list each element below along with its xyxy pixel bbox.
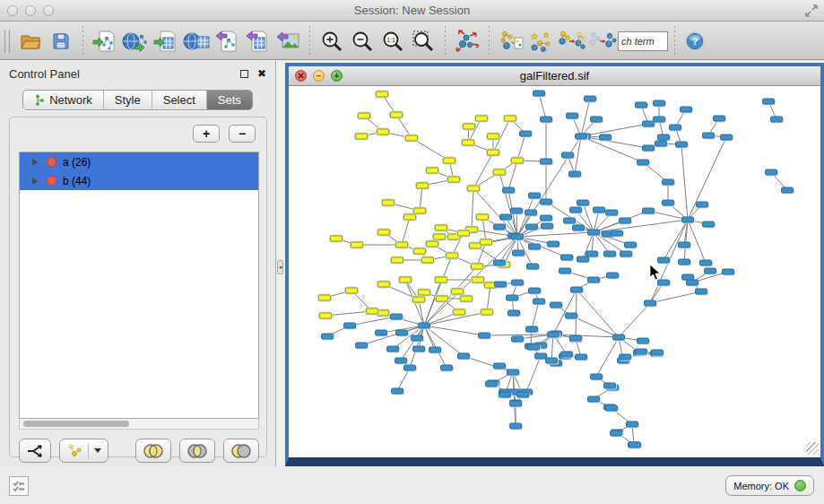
add-set-button[interactable]: + bbox=[193, 125, 220, 143]
graph-node[interactable] bbox=[377, 282, 390, 288]
disclosure-triangle-icon[interactable] bbox=[32, 178, 38, 185]
import-table-file-button[interactable] bbox=[151, 26, 181, 56]
graph-node[interactable] bbox=[696, 202, 708, 208]
float-panel-icon[interactable] bbox=[240, 70, 248, 78]
graph-node[interactable] bbox=[525, 326, 538, 333]
graph-node[interactable] bbox=[605, 210, 618, 216]
tab-network[interactable]: Network bbox=[23, 91, 104, 109]
graph-node[interactable] bbox=[493, 224, 506, 230]
graph-node[interactable] bbox=[653, 117, 665, 123]
zoom-in-button[interactable] bbox=[317, 26, 347, 56]
graph-node[interactable] bbox=[382, 200, 395, 206]
graph-node[interactable] bbox=[399, 277, 412, 283]
graph-node[interactable] bbox=[606, 273, 619, 279]
set-union-button[interactable] bbox=[135, 439, 171, 463]
graph-edge[interactable] bbox=[571, 316, 619, 337]
graph-node[interactable] bbox=[318, 295, 331, 301]
graph-node[interactable] bbox=[678, 259, 690, 265]
graph-node[interactable] bbox=[644, 300, 656, 307]
graph-node[interactable] bbox=[559, 268, 571, 274]
graph-node[interactable] bbox=[720, 135, 733, 141]
graph-node[interactable] bbox=[504, 116, 516, 122]
graph-node[interactable] bbox=[547, 241, 559, 248]
graph-node[interactable] bbox=[451, 289, 464, 295]
export-image-button[interactable] bbox=[273, 26, 303, 56]
graph-node[interactable] bbox=[506, 295, 518, 301]
graph-node[interactable] bbox=[599, 135, 611, 141]
graph-node[interactable] bbox=[435, 277, 447, 283]
graph-node[interactable] bbox=[343, 323, 356, 329]
graph-node[interactable] bbox=[560, 255, 573, 261]
graph-node[interactable] bbox=[390, 112, 403, 118]
graph-node[interactable] bbox=[699, 260, 712, 266]
graph-edge[interactable] bbox=[664, 220, 688, 260]
graph-edge[interactable] bbox=[517, 237, 567, 257]
frame-minimize-button[interactable]: − bbox=[313, 70, 325, 82]
graph-node[interactable] bbox=[509, 401, 522, 407]
graph-node[interactable] bbox=[569, 207, 582, 213]
graph-node[interactable] bbox=[366, 308, 378, 315]
graph-node[interactable] bbox=[418, 323, 430, 329]
select-from-highlight-button[interactable] bbox=[526, 26, 557, 56]
graph-node[interactable] bbox=[413, 248, 426, 255]
graph-node[interactable] bbox=[528, 193, 541, 199]
graph-node[interactable] bbox=[662, 200, 674, 206]
dropdown-caret-icon[interactable] bbox=[94, 448, 101, 453]
graph-node[interactable] bbox=[525, 210, 537, 216]
graph-node[interactable] bbox=[476, 214, 489, 221]
tab-sets[interactable]: Sets bbox=[207, 91, 252, 109]
graph-node[interactable] bbox=[433, 234, 446, 240]
toolbar-drag-handle[interactable] bbox=[4, 30, 10, 53]
graph-node[interactable] bbox=[563, 218, 576, 224]
tab-select[interactable]: Select bbox=[152, 91, 207, 109]
graph-node[interactable] bbox=[481, 309, 493, 316]
graph-node[interactable] bbox=[655, 141, 667, 147]
graph-node[interactable] bbox=[377, 129, 389, 135]
graph-node[interactable] bbox=[626, 421, 638, 428]
graph-node[interactable] bbox=[642, 208, 655, 214]
first-neighbors-button[interactable] bbox=[496, 26, 526, 56]
save-session-button[interactable] bbox=[46, 26, 76, 56]
import-table-web-button[interactable] bbox=[181, 26, 212, 56]
graph-node[interactable] bbox=[575, 134, 587, 140]
graph-node[interactable] bbox=[390, 314, 403, 320]
graph-node[interactable] bbox=[418, 290, 430, 296]
set-difference-button[interactable] bbox=[223, 439, 259, 463]
graph-node[interactable] bbox=[702, 133, 715, 139]
graph-node[interactable] bbox=[462, 140, 474, 146]
graph-node[interactable] bbox=[662, 179, 674, 186]
graph-node[interactable] bbox=[762, 99, 775, 105]
graph-node[interactable] bbox=[463, 124, 475, 130]
graph-node[interactable] bbox=[619, 354, 631, 361]
graph-edge[interactable] bbox=[577, 290, 619, 337]
scrollbar-thumb[interactable] bbox=[23, 421, 129, 427]
frame-close-button[interactable]: ✕ bbox=[295, 70, 307, 82]
graph-node[interactable] bbox=[487, 150, 499, 156]
search-input[interactable] bbox=[618, 31, 668, 51]
graph-node[interactable] bbox=[678, 242, 690, 248]
graph-node[interactable] bbox=[610, 430, 622, 437]
graph-node[interactable] bbox=[377, 310, 389, 317]
graph-node[interactable] bbox=[566, 113, 578, 119]
graph-node[interactable] bbox=[612, 335, 625, 341]
graph-node[interactable] bbox=[395, 242, 408, 248]
graph-node[interactable] bbox=[540, 215, 552, 222]
graph-node[interactable] bbox=[516, 392, 529, 398]
list-item-set-a[interactable]: a (26) bbox=[20, 152, 258, 171]
graph-node[interactable] bbox=[533, 299, 545, 305]
graph-edge[interactable] bbox=[526, 356, 541, 392]
graph-node[interactable] bbox=[391, 257, 403, 264]
graph-node[interactable] bbox=[426, 241, 438, 248]
graph-node[interactable] bbox=[509, 423, 522, 430]
graph-node[interactable] bbox=[572, 225, 585, 231]
graph-edge[interactable] bbox=[424, 326, 484, 335]
graph-node[interactable] bbox=[440, 365, 453, 371]
tab-style[interactable]: Style bbox=[104, 91, 152, 109]
graph-node[interactable] bbox=[590, 117, 603, 123]
graph-node[interactable] bbox=[526, 264, 539, 270]
graph-node[interactable] bbox=[651, 350, 664, 356]
graph-node[interactable] bbox=[412, 346, 425, 352]
graph-node[interactable] bbox=[421, 257, 434, 264]
graph-node[interactable] bbox=[637, 160, 649, 166]
graph-node[interactable] bbox=[642, 145, 655, 152]
